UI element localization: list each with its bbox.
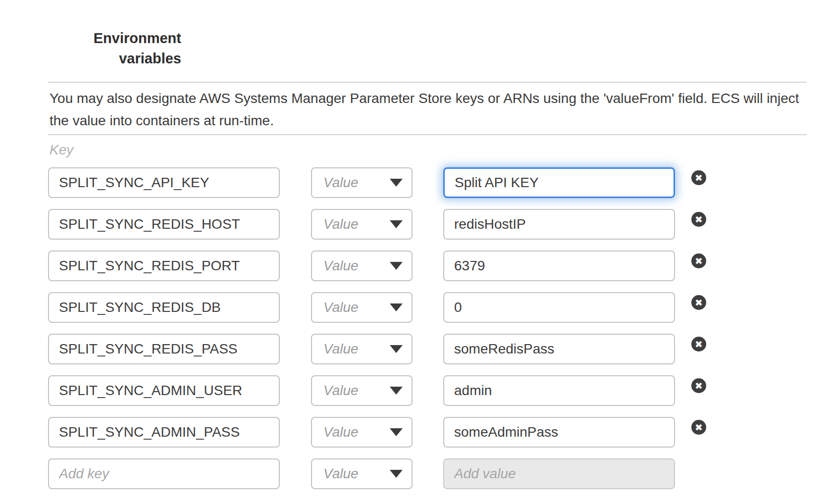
env-key-input[interactable] xyxy=(48,251,280,281)
label-line-1: Environment xyxy=(0,28,181,49)
x-circle-icon: ✖ xyxy=(695,340,703,349)
env-var-row: Value ✖ xyxy=(48,251,706,281)
value-type-dropdown[interactable]: Value xyxy=(311,209,413,240)
x-circle-icon: ✖ xyxy=(695,423,703,432)
value-type-dropdown[interactable]: Value xyxy=(311,417,413,448)
value-type-label: Value xyxy=(323,341,359,357)
remove-row-button[interactable]: ✖ xyxy=(691,295,706,310)
env-key-input[interactable] xyxy=(48,209,280,240)
bottom-divider xyxy=(48,134,807,135)
value-type-label: Value xyxy=(323,258,359,274)
env-key-input[interactable] xyxy=(48,417,280,448)
env-value-input[interactable] xyxy=(443,334,675,364)
x-circle-icon: ✖ xyxy=(695,381,703,391)
env-value-input[interactable] xyxy=(443,375,675,406)
add-env-var-row: Value xyxy=(48,458,706,489)
chevron-down-icon xyxy=(390,345,403,353)
environment-variables-section: Environment variables You may also desig… xyxy=(0,0,831,504)
value-type-dropdown[interactable]: Value xyxy=(311,167,413,198)
remove-row-button[interactable]: ✖ xyxy=(691,212,706,227)
env-var-row: Value ✖ xyxy=(48,167,706,198)
env-var-row: Value ✖ xyxy=(48,209,706,240)
x-circle-icon: ✖ xyxy=(695,256,703,266)
remove-row-button[interactable]: ✖ xyxy=(691,337,706,352)
remove-row-button[interactable]: ✖ xyxy=(691,253,706,268)
value-type-label: Value xyxy=(323,300,359,315)
env-value-input[interactable] xyxy=(443,167,675,198)
value-type-dropdown[interactable]: Value xyxy=(311,251,413,281)
env-var-row: Value ✖ xyxy=(48,417,706,448)
env-key-input[interactable] xyxy=(48,375,280,406)
top-divider xyxy=(48,82,807,83)
remove-row-button[interactable]: ✖ xyxy=(691,378,706,393)
value-type-label: Value xyxy=(323,424,359,440)
env-value-input[interactable] xyxy=(443,292,675,323)
value-type-label: Value xyxy=(323,175,359,191)
chevron-down-icon xyxy=(390,303,403,311)
value-type-label: Value xyxy=(323,466,359,482)
env-var-row: Value ✖ xyxy=(48,375,706,406)
remove-row-button[interactable]: ✖ xyxy=(691,170,706,185)
value-type-dropdown[interactable]: Value xyxy=(311,375,413,406)
x-circle-icon: ✖ xyxy=(695,298,703,307)
env-var-rows: Value ✖ Value ✖ Value xyxy=(48,167,706,500)
value-type-dropdown[interactable]: Value xyxy=(311,292,413,323)
env-var-row: Value ✖ xyxy=(48,334,706,364)
chevron-down-icon xyxy=(390,179,403,187)
env-key-input[interactable] xyxy=(48,334,280,364)
env-key-input[interactable] xyxy=(48,167,280,198)
chevron-down-icon xyxy=(390,470,403,478)
chevron-down-icon xyxy=(390,428,403,436)
env-value-input[interactable] xyxy=(443,251,675,281)
env-key-input[interactable] xyxy=(48,292,280,323)
value-type-label: Value xyxy=(323,216,359,232)
environment-variables-label: Environment variables xyxy=(0,28,181,69)
env-value-input[interactable] xyxy=(443,209,675,240)
value-type-label: Value xyxy=(323,383,359,399)
value-type-dropdown[interactable]: Value xyxy=(311,334,413,364)
label-line-2: variables xyxy=(0,49,181,69)
add-key-input[interactable] xyxy=(48,458,280,489)
env-var-row: Value ✖ xyxy=(48,292,706,323)
env-value-input[interactable] xyxy=(443,417,675,448)
add-value-input xyxy=(443,458,675,489)
key-column-label: Key xyxy=(50,142,73,158)
x-circle-icon: ✖ xyxy=(695,173,703,183)
chevron-down-icon xyxy=(390,220,403,228)
value-type-dropdown[interactable]: Value xyxy=(311,458,413,489)
chevron-down-icon xyxy=(390,387,403,395)
chevron-down-icon xyxy=(390,262,403,270)
x-circle-icon: ✖ xyxy=(695,215,703,224)
description-text: You may also designate AWS Systems Manag… xyxy=(50,87,807,132)
remove-row-button[interactable]: ✖ xyxy=(691,420,706,435)
